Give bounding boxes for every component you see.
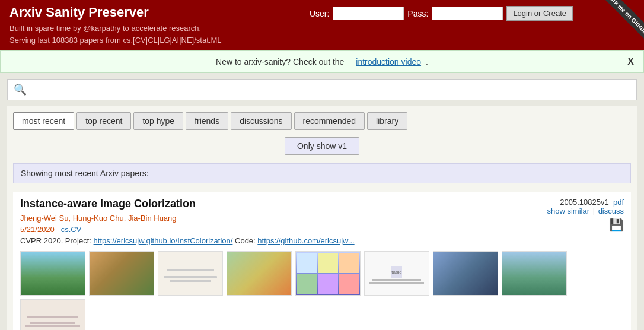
paper-tag[interactable]: cs.CV [61, 225, 82, 234]
filter-area: Only show v1 [13, 137, 631, 155]
tab-bar: most recent top recent top hype friends … [13, 112, 631, 130]
show-similar-link[interactable]: show similar [547, 207, 589, 215]
paper-actions: show similar | discuss [547, 207, 624, 215]
thumbnail-6[interactable]: table [364, 251, 429, 296]
user-input[interactable] [333, 7, 404, 20]
thumbnail-7[interactable] [433, 251, 498, 296]
user-area: User: Pass: Login or Create [310, 6, 573, 21]
search-area: 🔍 [7, 79, 637, 100]
main-content: most recent top recent top hype friends … [7, 106, 637, 330]
tab-top-hype[interactable]: top hype [133, 112, 183, 130]
thumbnail-8[interactable] [502, 251, 567, 296]
only-show-v1-button[interactable]: Only show v1 [285, 137, 359, 155]
status-text: Showing most recent Arxiv papers: [21, 169, 149, 178]
action-separator: | [593, 207, 595, 215]
paper-meta: 5/21/2020 cs.CV [20, 225, 624, 234]
author-link-1[interactable]: Jheng-Wei Su [20, 214, 68, 223]
subtitle: Built in spare time by @karpathy to acce… [9, 23, 635, 46]
paper-entry: 2005.10825v1 pdf show similar | discuss … [13, 192, 631, 330]
paper-date: 5/21/2020 [20, 225, 55, 234]
pdf-link[interactable]: pdf [613, 198, 624, 207]
tab-friends[interactable]: friends [186, 112, 228, 130]
project-link[interactable]: https://ericsujw.github.io/InstColorizat… [94, 236, 233, 245]
status-bar: Showing most recent Arxiv papers: [13, 163, 631, 183]
search-icon: 🔍 [14, 83, 27, 96]
paper-abstract: CVPR 2020. Project: https://ericsujw.git… [20, 236, 624, 245]
search-input[interactable] [31, 85, 630, 95]
header: Arxiv Sanity Preserver Built in spare ti… [0, 0, 644, 50]
tab-discussions[interactable]: discussions [231, 112, 291, 130]
thumbnail-9[interactable] [20, 299, 85, 330]
paper-authors: Jheng-Wei Su, Hung-Kuo Chu, Jia-Bin Huan… [20, 214, 624, 223]
tab-most-recent[interactable]: most recent [13, 112, 74, 130]
code-link[interactable]: https://github.com/ericsujw... [257, 236, 354, 245]
login-create-button[interactable]: Login or Create [506, 6, 573, 21]
author-link-2[interactable]: Hung-Kuo Chu [73, 214, 124, 223]
github-ribbon[interactable]: Fork me on GitHub [597, 0, 644, 47]
tab-recommended[interactable]: recommended [294, 112, 365, 130]
pass-label: Pass: [407, 9, 428, 18]
paper-right-panel: 2005.10825v1 pdf show similar | discuss … [547, 198, 624, 232]
user-label: User: [310, 9, 329, 18]
paper-title: Instance-aware Image Colorization [20, 198, 624, 210]
tab-library[interactable]: library [367, 112, 407, 130]
save-icon[interactable]: 💾 [547, 218, 624, 232]
pass-input[interactable] [432, 7, 503, 20]
author-link-3[interactable]: Jia-Bin Huang [128, 214, 177, 223]
discuss-link[interactable]: discuss [598, 207, 624, 215]
notification-close[interactable]: X [627, 56, 634, 67]
tab-top-recent[interactable]: top recent [76, 112, 131, 130]
notification-bar: New to arxiv-sanity? Check out the intro… [0, 50, 644, 73]
thumbnail-2[interactable] [89, 251, 154, 296]
thumbnail-5[interactable] [295, 251, 361, 296]
intro-video-link[interactable]: introduction video [356, 57, 421, 66]
thumbnail-4[interactable] [227, 251, 292, 296]
github-ribbon-label: Fork me on GitHub [602, 0, 644, 39]
paper-arxiv-id: 2005.10825v1 pdf [547, 198, 624, 207]
paper-thumbnails: table [20, 251, 624, 330]
thumbnail-3[interactable] [158, 251, 223, 296]
notification-text-after: . [426, 57, 428, 66]
notification-text-before: New to arxiv-sanity? Check out the [216, 57, 344, 66]
thumbnail-1[interactable] [20, 251, 85, 296]
